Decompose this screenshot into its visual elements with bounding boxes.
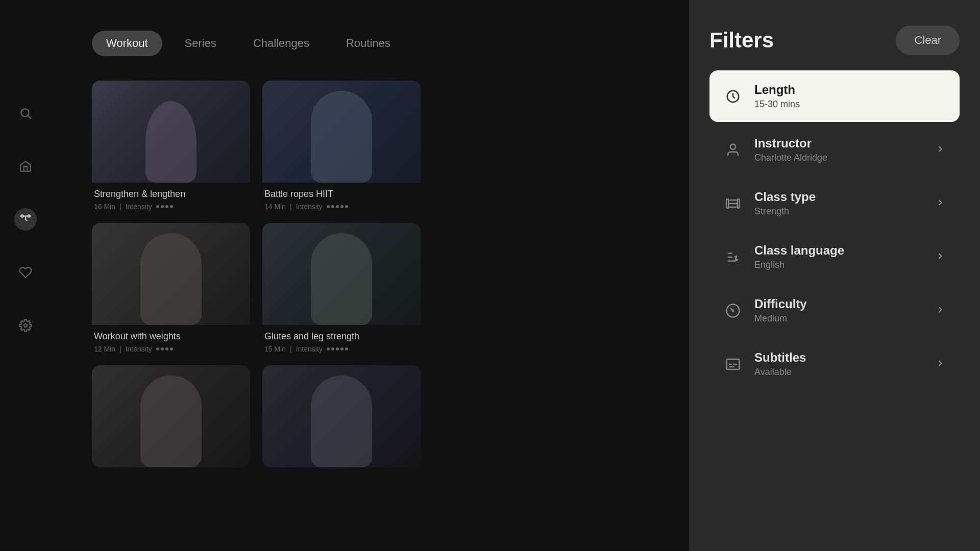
filter-item-instructor[interactable]: Instructor Charlotte Aldridge <box>709 124 960 176</box>
svg-rect-11 <box>738 199 740 208</box>
chevron-right-icon <box>935 144 945 156</box>
svg-rect-10 <box>727 199 729 208</box>
intensity-dots <box>327 205 348 208</box>
svg-point-2 <box>21 215 23 217</box>
workout-card[interactable]: Battle ropes HIIT 14 Min | Intensity <box>262 81 421 211</box>
svg-point-9 <box>730 144 736 149</box>
card-duration: 16 Min <box>94 203 115 211</box>
card-image <box>92 365 250 467</box>
clock-icon <box>724 87 742 106</box>
filter-text: Subtitles Available <box>754 350 923 378</box>
card-title: Workout with weights <box>94 331 248 342</box>
filter-header: Filters Clear <box>709 26 960 55</box>
language-icon <box>724 248 742 266</box>
filter-item-difficulty[interactable]: Difficulty Medium <box>709 285 960 336</box>
filter-name: Difficulty <box>754 297 923 311</box>
intensity-dots <box>156 205 173 208</box>
card-image <box>262 81 421 183</box>
search-icon[interactable] <box>14 102 37 124</box>
workout-card[interactable]: Strengthen & lengthen 16 Min | Intensity <box>92 81 250 211</box>
intensity-dots <box>156 347 173 350</box>
workout-grid: Strengthen & lengthen 16 Min | Intensity… <box>92 81 669 467</box>
workout-card[interactable] <box>262 365 421 467</box>
chevron-right-icon <box>935 251 945 263</box>
card-image <box>262 365 421 467</box>
card-intensity-label: Intensity <box>126 203 152 211</box>
chevron-right-icon <box>935 197 945 210</box>
filter-value: Strength <box>754 206 923 217</box>
dumbbell-icon <box>724 194 742 213</box>
card-info: Battle ropes HIIT 14 Min | Intensity <box>262 183 421 211</box>
card-title: Battle ropes HIIT <box>264 189 419 199</box>
card-image <box>262 223 421 325</box>
settings-icon[interactable] <box>14 314 37 337</box>
card-info: Glutes and leg strength 15 Min | Intensi… <box>262 325 421 353</box>
sidebar <box>0 0 51 551</box>
tab-challenges[interactable]: Challenges <box>239 31 324 56</box>
workout-card[interactable]: Glutes and leg strength 15 Min | Intensi… <box>262 223 421 353</box>
card-intensity-label: Intensity <box>296 203 323 211</box>
card-duration: 12 Min <box>94 345 115 353</box>
tab-series[interactable]: Series <box>170 31 231 56</box>
filter-value: English <box>754 260 923 270</box>
card-image <box>92 223 250 325</box>
svg-line-1 <box>28 116 31 119</box>
main-content: Workout Series Challenges Routines Stren… <box>51 0 689 551</box>
card-image <box>92 81 250 183</box>
filter-list: Length 15-30 mins Instructor Charlotte A… <box>709 70 960 390</box>
filter-value: Charlotte Aldridge <box>754 153 923 163</box>
filter-name: Instructor <box>754 136 923 151</box>
card-intensity-label: Intensity <box>126 345 152 353</box>
svg-point-0 <box>21 109 29 116</box>
card-intensity-label: Intensity <box>296 345 323 353</box>
filter-title: Filters <box>709 28 774 53</box>
filter-name: Length <box>754 83 945 97</box>
card-title: Glutes and leg strength <box>264 331 419 342</box>
clear-button[interactable]: Clear <box>896 26 960 55</box>
filter-name: Class language <box>754 243 923 258</box>
filter-name: Subtitles <box>754 350 923 365</box>
filter-name: Class type <box>754 190 923 204</box>
filter-text: Difficulty Medium <box>754 297 923 324</box>
filter-value: Medium <box>754 313 923 324</box>
filter-item-class-type[interactable]: Class type Strength <box>709 178 960 229</box>
card-meta: 16 Min | Intensity <box>94 203 248 211</box>
gauge-icon <box>724 302 742 320</box>
card-info: Workout with weights 12 Min | Intensity <box>92 325 250 353</box>
workout-card[interactable]: Workout with weights 12 Min | Intensity <box>92 223 250 353</box>
card-duration: 14 Min <box>264 203 286 211</box>
tab-routines[interactable]: Routines <box>332 31 405 56</box>
filter-text: Instructor Charlotte Aldridge <box>754 136 923 163</box>
workout-icon[interactable] <box>14 208 37 231</box>
card-title: Strengthen & lengthen <box>94 189 248 199</box>
subtitles-icon <box>724 355 742 373</box>
favorites-icon[interactable] <box>14 261 37 284</box>
filter-panel: Filters Clear Length 15-30 mins <box>689 0 980 551</box>
filter-item-length[interactable]: Length 15-30 mins <box>709 70 960 122</box>
workout-card[interactable] <box>92 365 250 467</box>
svg-point-7 <box>24 324 28 328</box>
chevron-right-icon <box>935 358 945 370</box>
card-duration: 15 Min <box>264 345 286 353</box>
card-meta: 14 Min | Intensity <box>264 203 419 211</box>
intensity-dots <box>327 347 348 350</box>
filter-text: Length 15-30 mins <box>754 83 945 110</box>
filter-value: Available <box>754 367 923 378</box>
home-icon[interactable] <box>14 155 37 178</box>
chevron-right-icon <box>935 305 945 317</box>
filter-text: Class language English <box>754 243 923 270</box>
card-meta: 15 Min | Intensity <box>264 345 419 353</box>
filter-item-subtitles[interactable]: Subtitles Available <box>709 338 960 390</box>
person-icon <box>724 141 742 159</box>
svg-point-3 <box>28 215 30 217</box>
tab-workout[interactable]: Workout <box>92 31 162 56</box>
filter-text: Class type Strength <box>754 190 923 217</box>
filter-value: 15-30 mins <box>754 99 945 110</box>
svg-point-13 <box>732 310 734 311</box>
card-meta: 12 Min | Intensity <box>94 345 248 353</box>
card-info: Strengthen & lengthen 16 Min | Intensity <box>92 183 250 211</box>
tab-bar: Workout Series Challenges Routines <box>92 31 669 56</box>
filter-item-class-language[interactable]: Class language English <box>709 231 960 283</box>
